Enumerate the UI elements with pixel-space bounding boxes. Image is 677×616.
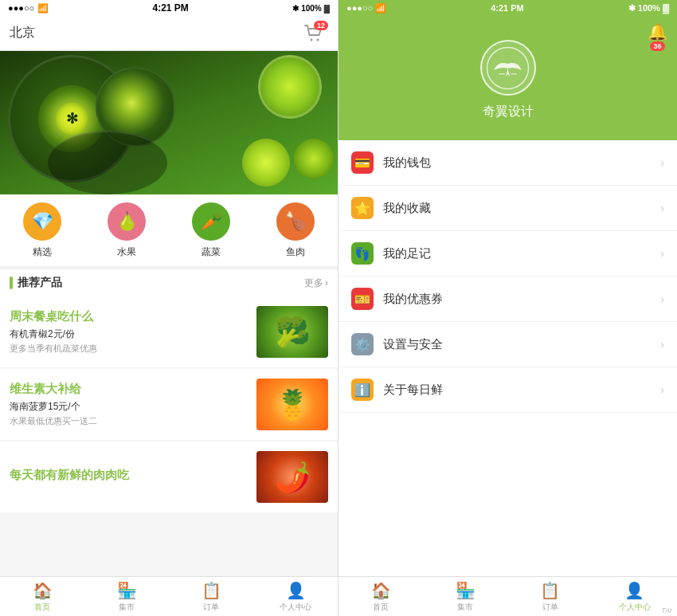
logo-svg: [486, 46, 530, 90]
cart-button[interactable]: 12: [299, 21, 328, 46]
product-sub-1: 有机青椒2元/份: [10, 328, 248, 341]
nav-market-right[interactable]: 🏪 集市: [423, 581, 507, 613]
menu-coupon-label: 我的优惠券: [383, 292, 651, 307]
menu-favorites-label: 我的收藏: [383, 201, 651, 216]
more-btn-row[interactable]: 更多 ›: [304, 277, 328, 290]
menu-about-label: 关于每日鲜: [383, 383, 651, 398]
bluetooth-icon: ✱: [292, 4, 299, 13]
category-row: 💎 精选 🍐 水果 🥕 蔬菜 🍗 鱼肉: [0, 194, 338, 266]
footprint-arrow: ›: [660, 247, 664, 260]
product-text-1: 周末餐桌吃什么 有机青椒2元/份 更多当季有机蔬菜优惠: [10, 309, 248, 355]
nav-home-right[interactable]: 🏠 首页: [338, 581, 423, 613]
time-right: 4:21 PM: [491, 3, 524, 13]
product-title-2: 维生素大补给: [10, 382, 248, 397]
svg-point-0: [311, 38, 313, 41]
nav-market-icon-right: 🏪: [456, 581, 475, 600]
category-fruit-icon: 🍐: [108, 202, 146, 241]
product-img-1: 🥦: [256, 306, 328, 358]
product-card-2[interactable]: 维生素大补给 海南菠萝15元/个 水果最低优惠买一送二 🍍: [0, 369, 338, 440]
right-status-left: ✱ 100% ▓: [292, 4, 330, 13]
menu-favorites[interactable]: ⭐ 我的收藏 ›: [338, 186, 677, 231]
time-left: 4:21 PM: [153, 2, 189, 14]
coupon-icon: 🎫: [351, 288, 374, 310]
category-select-label: 精选: [33, 245, 52, 259]
section-title: 推荐产品: [18, 276, 62, 290]
wallet-icon: 💳: [351, 151, 374, 174]
product-sub-2: 海南菠萝15元/个: [10, 400, 248, 414]
nav-market-icon: 🏪: [117, 581, 137, 600]
more-text: 更多: [304, 277, 323, 290]
product-card-3[interactable]: 每天都有新鲜的肉肉吃 🌶️: [0, 441, 338, 512]
profile-name: 奇翼设计: [483, 104, 534, 120]
hero-decoration: ✻: [0, 51, 338, 194]
nav-order-icon-right: 📋: [540, 581, 560, 600]
signal-right: ●●●○○ 📶: [346, 3, 386, 14]
nav-market-label-right: 集市: [457, 602, 473, 613]
category-fruit[interactable]: 🍐 水果: [108, 202, 146, 259]
favorites-arrow: ›: [660, 202, 664, 214]
signal-area: ●●●○○ 📶: [8, 3, 49, 14]
nav-market-label: 集市: [119, 602, 135, 613]
nav-order-label: 订单: [203, 602, 219, 613]
notification-area[interactable]: 🔔 36: [648, 22, 667, 51]
nav-profile-label-right: 个人中心: [619, 602, 651, 613]
menu-coupon[interactable]: 🎫 我的优惠券 ›: [338, 277, 677, 322]
phone-left: ●●●○○ 📶 4:21 PM ✱ 100% ▓ 北京 12: [0, 0, 338, 616]
category-meat-label: 鱼肉: [286, 245, 305, 259]
category-select[interactable]: 💎 精选: [23, 202, 61, 259]
nav-home-icon-right: 🏠: [371, 581, 391, 600]
nav-order-icon: 📋: [202, 581, 221, 600]
nav-order-left[interactable]: 📋 订单: [169, 581, 253, 613]
footprint-icon: 👣: [351, 242, 374, 265]
nav-home-label: 首页: [34, 602, 50, 613]
category-veg-label: 蔬菜: [202, 245, 221, 259]
favorites-icon: ⭐: [351, 197, 374, 219]
product-img-3: 🌶️: [256, 451, 328, 503]
status-bar-right: ●●●○○ 📶 4:21 PM ✱ 100% ▓: [338, 0, 677, 16]
menu-settings[interactable]: ⚙️ 设置与安全 ›: [338, 322, 677, 367]
watermark: TAr: [661, 606, 672, 614]
menu-list: 💳 我的钱包 › ⭐ 我的收藏 › 👣 我的足记 › 🎫 我的优惠券 › ⚙️ …: [338, 140, 677, 576]
product-desc-1: 更多当季有机蔬菜优惠: [10, 343, 248, 355]
battery-left: 100%: [301, 4, 322, 13]
coupon-arrow: ›: [660, 292, 664, 305]
menu-settings-label: 设置与安全: [383, 337, 651, 352]
top-nav-left: 北京 12: [0, 16, 338, 51]
location-button[interactable]: 北京: [10, 25, 35, 41]
product-list: 周末餐桌吃什么 有机青椒2元/份 更多当季有机蔬菜优惠 🥦 维生素大补给 海南菠…: [0, 296, 338, 576]
settings-icon: ⚙️: [351, 333, 374, 355]
nav-profile-icon-right: 👤: [624, 581, 644, 600]
bell-icon: 🔔: [648, 22, 667, 41]
menu-wallet[interactable]: 💳 我的钱包 ›: [338, 140, 677, 186]
nav-order-right[interactable]: 📋 订单: [508, 581, 593, 613]
menu-about[interactable]: ℹ️ 关于每日鲜 ›: [338, 367, 677, 413]
menu-footprint[interactable]: 👣 我的足记 ›: [338, 231, 677, 277]
nav-profile-label: 个人中心: [280, 602, 311, 613]
product-text-3: 每天都有新鲜的肉肉吃: [10, 468, 248, 486]
product-img-2: 🍍: [256, 379, 328, 430]
battery-icon: ▓: [324, 4, 330, 13]
nav-home-left[interactable]: 🏠 首页: [0, 581, 84, 613]
cart-badge: 12: [314, 21, 328, 30]
section-dot: [10, 277, 13, 289]
nav-profile-icon: 👤: [286, 581, 306, 600]
category-select-icon: 💎: [23, 202, 61, 241]
product-title-1: 周末餐桌吃什么: [10, 309, 248, 324]
nav-order-label-right: 订单: [542, 602, 558, 613]
svg-point-1: [317, 38, 319, 41]
section-title-row: 推荐产品: [10, 276, 62, 290]
product-text-2: 维生素大补给 海南菠萝15元/个 水果最低优惠买一送二: [10, 382, 248, 427]
bottom-nav-right: 🏠 首页 🏪 集市 📋 订单 👤 个人中心 TAr: [338, 576, 677, 616]
product-card-1[interactable]: 周末餐桌吃什么 有机青椒2元/份 更多当季有机蔬菜优惠 🥦: [0, 296, 338, 367]
nav-market-left[interactable]: 🏪 集市: [84, 581, 169, 613]
status-bar-left: ●●●○○ 📶 4:21 PM ✱ 100% ▓: [0, 0, 338, 16]
nav-profile-left[interactable]: 👤 个人中心: [253, 581, 338, 613]
category-veg[interactable]: 🥕 蔬菜: [192, 202, 230, 259]
category-veg-icon: 🥕: [192, 202, 230, 241]
notif-badge: 36: [650, 41, 664, 51]
svg-rect-3: [499, 73, 505, 75]
product-title-3: 每天都有新鲜的肉肉吃: [10, 468, 248, 483]
category-meat-icon: 🍗: [276, 202, 315, 241]
bottom-nav-left: 🏠 首页 🏪 集市 📋 订单 👤 个人中心: [0, 576, 338, 616]
category-meat[interactable]: 🍗 鱼肉: [276, 202, 315, 259]
